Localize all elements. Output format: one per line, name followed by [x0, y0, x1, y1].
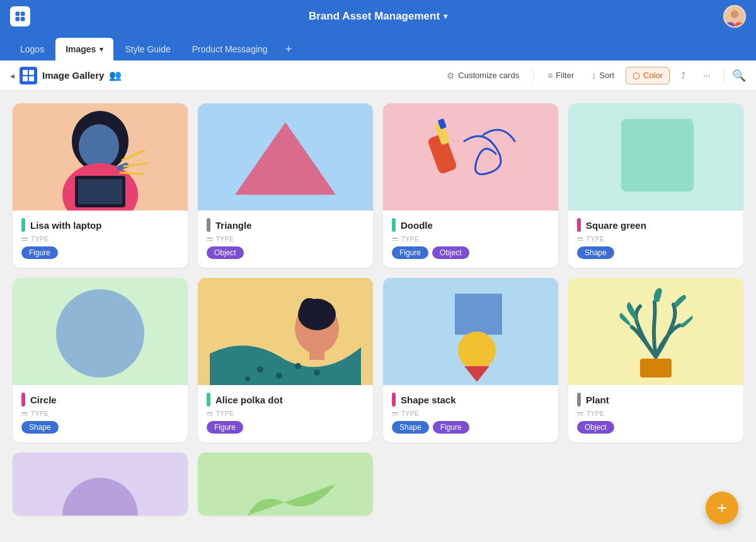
svg-point-12 — [79, 124, 119, 168]
gallery-grid: Lisa with laptop TYPE Figure — [13, 103, 743, 516]
export-icon: ⤴ — [681, 71, 685, 81]
card-lisa-with-laptop[interactable]: Lisa with laptop TYPE Figure — [13, 103, 188, 268]
svg-rect-39 — [309, 344, 324, 360]
svg-rect-22 — [395, 103, 546, 210]
tag-shape-square: Shape — [577, 246, 614, 259]
svg-rect-27 — [621, 119, 694, 192]
toolbar: ◂ Image Gallery 👥 ⚙ Customize cards ≡ Fi… — [0, 61, 756, 91]
svg-point-38 — [300, 298, 319, 321]
card-title-circle: Circle — [30, 395, 57, 405]
card-tags-shape-stack: Shape Figure — [392, 421, 549, 434]
card-body-alice: Alice polka dot TYPE Figure — [198, 385, 373, 442]
card-body-doodle: Doodle TYPE Figure Object — [383, 210, 558, 268]
card-tags-square-green: Shape — [577, 246, 735, 259]
card-tags-circle: Shape — [21, 421, 179, 434]
card-image-bottom2 — [198, 453, 373, 516]
card-doodle[interactable]: Doodle TYPE Figure Object — [383, 103, 558, 268]
card-title-row-alice: Alice polka dot — [207, 393, 364, 407]
card-tags-plant: Object — [577, 421, 735, 434]
export-button[interactable]: ⤴ — [675, 67, 692, 84]
card-type-circle: TYPE — [21, 410, 179, 417]
svg-rect-45 — [640, 359, 672, 378]
avatar[interactable] — [723, 5, 746, 28]
divider-1 — [533, 69, 534, 82]
tag-object: Object — [207, 246, 244, 259]
more-button[interactable]: ··· — [697, 67, 716, 83]
tag-figure: Figure — [21, 246, 58, 259]
svg-point-29 — [56, 289, 144, 378]
fab-add-button[interactable]: + — [706, 492, 738, 524]
card-type-shape-stack: TYPE — [392, 410, 549, 417]
card-image-alice — [198, 278, 373, 385]
card-image-circle — [13, 278, 188, 385]
svg-point-34 — [314, 369, 320, 376]
color-icon: ⬡ — [633, 71, 640, 81]
card-type-alice: TYPE — [207, 410, 364, 417]
sort-icon: ↕ — [592, 71, 596, 81]
svg-rect-2 — [16, 17, 20, 21]
card-body-shape-stack: Shape stack TYPE Shape Figure — [383, 385, 558, 442]
card-title-row-triangle: Triangle — [207, 218, 364, 232]
card-type-plant: TYPE — [577, 410, 735, 417]
card-body-circle: Circle TYPE Shape — [13, 385, 188, 442]
title-chevron: ▾ — [444, 12, 447, 21]
images-tab-chevron: ▾ — [100, 45, 103, 54]
tag-figure-alice: Figure — [207, 421, 243, 434]
card-shape-stack[interactable]: Shape stack TYPE Shape Figure — [383, 278, 558, 442]
card-square-green[interactable]: Square green TYPE Shape — [568, 103, 743, 268]
card-title-lisa: Lisa with laptop — [30, 220, 101, 231]
card-title-row-circle: Circle — [21, 393, 179, 407]
tab-logos[interactable]: Logos — [10, 38, 54, 61]
search-button[interactable]: 🔍 — [732, 69, 746, 83]
tag-shape-stack: Shape — [392, 421, 429, 434]
tab-images[interactable]: Images ▾ — [55, 38, 113, 61]
card-color-dot-square-green — [577, 218, 581, 232]
color-button[interactable]: ⬡ Color — [626, 67, 670, 84]
divider-2 — [724, 69, 724, 82]
users-icon: 👥 — [109, 69, 122, 81]
card-title-row-shape-stack: Shape stack — [392, 393, 549, 407]
svg-point-35 — [245, 376, 250, 381]
svg-rect-0 — [16, 12, 20, 16]
svg-rect-41 — [455, 294, 502, 335]
card-title-alice: Alice polka dot — [215, 395, 283, 405]
card-image-bottom1 — [13, 453, 188, 516]
tag-shape-circle: Shape — [21, 421, 59, 434]
card-alice-polka-dot[interactable]: Alice polka dot TYPE Figure — [198, 278, 373, 442]
card-color-dot-circle — [21, 393, 25, 407]
card-plant[interactable]: Plant TYPE Object — [568, 278, 743, 442]
card-title-row-plant: Plant — [577, 393, 735, 407]
card-tags-triangle: Object — [207, 246, 364, 259]
svg-rect-3 — [21, 17, 25, 21]
card-image-triangle — [198, 103, 373, 210]
card-color-dot-plant — [577, 393, 581, 407]
card-circle[interactable]: Circle TYPE Shape — [13, 278, 188, 442]
gallery-container: Lisa with laptop TYPE Figure — [0, 91, 756, 542]
card-image-shape-stack — [383, 278, 558, 385]
tab-product-messaging[interactable]: Product Messaging — [182, 38, 278, 61]
card-triangle[interactable]: Triangle TYPE Object — [198, 103, 373, 268]
tag-object-plant: Object — [577, 421, 614, 434]
collapse-button[interactable]: ◂ — [10, 71, 14, 81]
card-bottom-2[interactable] — [198, 453, 373, 516]
app-logo[interactable] — [10, 6, 30, 26]
card-title-row-square-green: Square green — [577, 218, 735, 232]
card-type-doodle: TYPE — [392, 236, 549, 243]
top-navigation: Brand Asset Management ▾ — [0, 0, 756, 33]
card-color-dot-lisa — [21, 218, 25, 232]
filter-button[interactable]: ≡ Filter — [541, 67, 580, 84]
card-bottom-1[interactable] — [13, 453, 188, 516]
tab-style-guide[interactable]: Style Guide — [115, 38, 180, 61]
svg-point-31 — [257, 366, 263, 372]
card-title-triangle: Triangle — [215, 220, 252, 231]
add-tab-button[interactable]: + — [279, 38, 299, 61]
tag-object-doodle: Object — [432, 246, 469, 259]
svg-point-33 — [295, 363, 301, 369]
app-title[interactable]: Brand Asset Management ▾ — [309, 10, 447, 23]
card-body-square-green: Square green TYPE Shape — [568, 210, 743, 268]
card-color-dot-triangle — [207, 218, 210, 232]
sort-button[interactable]: ↕ Sort — [585, 67, 621, 84]
card-color-dot-shape-stack — [392, 393, 396, 407]
card-title-plant: Plant — [586, 395, 609, 405]
customize-cards-button[interactable]: ⚙ Customize cards — [440, 67, 525, 84]
